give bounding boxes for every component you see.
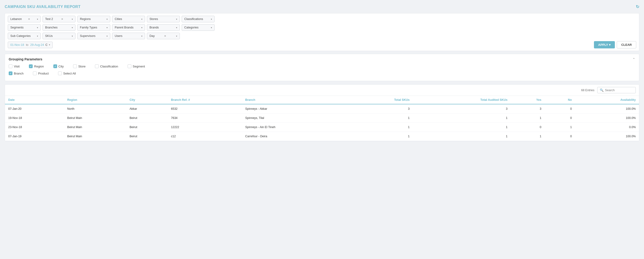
- search-box[interactable]: 🔍: [597, 87, 636, 93]
- filter-regions[interactable]: Regions ▾: [77, 16, 110, 22]
- cell-r2-c4: Spinneys - Ain El Tineh: [242, 123, 349, 132]
- filter-categories-label: Categories: [184, 26, 198, 29]
- chevron-down-icon: ▾: [106, 35, 108, 37]
- cell-r2-c6: 1: [413, 123, 511, 132]
- checkbox-box-branch: [9, 72, 12, 75]
- cell-r3-c5: 1: [349, 132, 413, 141]
- checkboxes-row: VisitRegionCityStoreClassificationSegmen…: [9, 64, 635, 78]
- filter-segments[interactable]: Segments ▾: [8, 24, 41, 31]
- cell-r0-c7: 3: [511, 104, 544, 114]
- cell-r1-c6: 1: [413, 114, 511, 123]
- checkbox-label-product: Product: [38, 72, 49, 75]
- cell-r1-c2: Beirut: [126, 114, 168, 123]
- chevron-down-icon: ▾: [211, 18, 212, 20]
- chevron-down-icon: ▾: [72, 18, 73, 20]
- table-toolbar: 68 Entries 🔍: [5, 84, 639, 96]
- entries-count: 68 Entries: [581, 88, 594, 92]
- cell-r1-c8: 0: [544, 114, 575, 123]
- filter-supervisors-label: Supervisors: [80, 34, 96, 38]
- date-actions-row: 01-Nov-18 to 29-Aug-24 C ▾ APPLY ▾ CLEAR: [8, 41, 636, 48]
- search-input[interactable]: [605, 88, 633, 92]
- filter-cities[interactable]: Cities ▾: [112, 16, 145, 22]
- filter-lebanon[interactable]: Lebanon ✕ ▾: [8, 16, 41, 22]
- cell-r2-c7: 0: [511, 123, 544, 132]
- refresh-icon[interactable]: ↻: [636, 4, 640, 10]
- checkbox-box-classification: [95, 64, 99, 68]
- chevron-down-icon: ▾: [49, 44, 50, 46]
- filter-stores[interactable]: Stores ▾: [147, 16, 180, 22]
- filter-skus[interactable]: SKUs ▾: [42, 33, 76, 39]
- table-row: 23-Nov-18Beirut MainBeirut12222Spinneys …: [5, 123, 639, 132]
- cell-r1-c7: 1: [511, 114, 544, 123]
- checkbox-box-product: [33, 72, 37, 75]
- cell-r1-c5: 1: [349, 114, 413, 123]
- chevron-down-icon: ▾: [176, 18, 177, 20]
- cell-r0-c6: 3: [413, 104, 511, 114]
- checkbox-classification[interactable]: Classification: [95, 64, 118, 68]
- apply-label: APPLY: [598, 43, 608, 46]
- date-range-filter[interactable]: 01-Nov-18 to 29-Aug-24 C ▾: [8, 42, 53, 48]
- cell-r2-c2: Beirut: [126, 123, 168, 132]
- filter-row-2: Segments ▾ Branches ▾ Family Types ▾ Par…: [8, 24, 636, 31]
- filter-test2-clear[interactable]: ✕: [61, 18, 63, 21]
- cell-r3-c4: Carrefour - Deira: [242, 132, 349, 141]
- cell-r1-c3: 7634: [168, 114, 242, 123]
- checkbox-label-segment: Segment: [133, 65, 145, 68]
- filter-branches[interactable]: Branches ▾: [42, 24, 76, 31]
- filter-day-clear[interactable]: ✕: [164, 34, 166, 38]
- data-table: DateRegionCityBranch Ref. #BranchTotal S…: [5, 96, 639, 141]
- checkbox-segment[interactable]: Segment: [128, 64, 145, 68]
- col-header-no: No: [544, 96, 575, 104]
- filters-panel: Lebanon ✕ ▾ Test 2 ✕ ▾ Regions ▾ Cities …: [5, 13, 639, 51]
- checkbox-region[interactable]: Region: [29, 64, 44, 68]
- chevron-down-icon: ▾: [37, 18, 38, 20]
- checkbox-box-segment: [128, 64, 132, 68]
- checkbox-product[interactable]: Product: [33, 72, 49, 75]
- cell-r0-c0: 07-Jan-20: [5, 104, 64, 114]
- filter-brands[interactable]: Brands ▾: [147, 24, 180, 31]
- checkbox-select-all[interactable]: Select All: [58, 72, 76, 75]
- checkbox-box-city: [53, 64, 57, 68]
- filter-segments-label: Segments: [10, 26, 24, 29]
- clear-button[interactable]: CLEAR: [617, 41, 636, 48]
- table-row: 19-Nov-18Beirut MainBeirut7634Spinneys, …: [5, 114, 639, 123]
- cell-r2-c3: 12222: [168, 123, 242, 132]
- checkbox-visit[interactable]: Visit: [9, 64, 20, 68]
- col-header-branch-ref.-#: Branch Ref. #: [168, 96, 242, 104]
- filter-supervisors[interactable]: Supervisors ▾: [77, 33, 110, 39]
- filter-classifications[interactable]: Classifications ▾: [182, 16, 214, 22]
- filter-day[interactable]: Day ✕ ▾: [147, 33, 180, 39]
- filter-row-3: Sub Categories ▾ SKUs ▾ Supervisors ▾ Us…: [8, 33, 636, 39]
- table-body: 07-Jan-20NorthAkkar6532Spinneys - Akkar3…: [5, 104, 639, 141]
- filter-sub-categories[interactable]: Sub Categories ▾: [8, 33, 41, 39]
- filter-test2-label: Test 2: [45, 18, 53, 21]
- filter-branches-label: Branches: [45, 26, 58, 29]
- chevron-down-icon: ▾: [141, 35, 142, 37]
- cell-r2-c5: 1: [349, 123, 413, 132]
- filter-users[interactable]: Users ▾: [112, 33, 145, 39]
- col-header-availability: Availability: [575, 96, 639, 104]
- filter-brands-label: Brands: [150, 26, 159, 29]
- filter-categories[interactable]: Categories ▾: [182, 24, 214, 31]
- checkbox-box-select-all: [58, 72, 62, 75]
- cell-r0-c8: 0: [544, 104, 575, 114]
- cell-r3-c0: 07-Jan-19: [5, 132, 64, 141]
- chevron-down-icon: ▾: [176, 26, 177, 29]
- checkbox-city[interactable]: City: [53, 64, 64, 68]
- col-header-branch: Branch: [242, 96, 349, 104]
- checkbox-label-branch: Branch: [14, 72, 24, 75]
- page-title: CAMPAIGN SKU AVAILABILITY REPORT: [5, 5, 80, 9]
- checkbox-store[interactable]: Store: [73, 64, 86, 68]
- filter-lebanon-clear[interactable]: ✕: [28, 18, 30, 21]
- checkbox-branch[interactable]: Branch: [9, 72, 24, 75]
- filter-family-types[interactable]: Family Types ▾: [77, 24, 110, 31]
- apply-button[interactable]: APPLY ▾: [594, 41, 615, 48]
- table-row: 07-Jan-20NorthAkkar6532Spinneys - Akkar3…: [5, 104, 639, 114]
- filter-parent-brands-label: Parent Brands: [115, 26, 134, 29]
- filter-parent-brands[interactable]: Parent Brands ▾: [112, 24, 145, 31]
- checkbox-label-select-all: Select All: [63, 72, 76, 75]
- collapse-icon[interactable]: ⌃: [632, 57, 635, 61]
- col-header-region: Region: [64, 96, 126, 104]
- filter-test2[interactable]: Test 2 ✕ ▾: [42, 16, 76, 22]
- col-header-city: City: [126, 96, 168, 104]
